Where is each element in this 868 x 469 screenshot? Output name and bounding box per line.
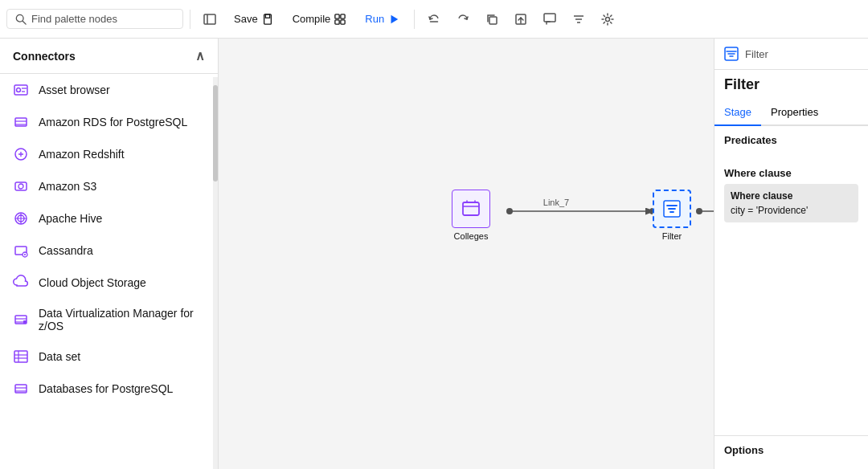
main-area: Connectors ∧ Asset browser Amazon RDS fo…	[0, 39, 868, 469]
predicates-title: Predicates	[724, 134, 858, 146]
node-filter[interactable]: Filter	[653, 190, 691, 241]
svg-point-20	[17, 88, 21, 92]
sidebar-item-amazon-redshift[interactable]: Amazon Redshift	[0, 138, 218, 170]
options-title: Options	[724, 444, 858, 456]
options-section: Options	[714, 435, 868, 469]
sidebar-items-list: Asset browser Amazon RDS for PostgreSQL …	[0, 74, 218, 469]
comment-button[interactable]	[537, 6, 563, 32]
where-clause-value: city = 'Providence'	[731, 205, 852, 216]
svg-rect-8	[335, 19, 339, 23]
sidebar-item-asset-browser[interactable]: Asset browser	[0, 74, 218, 106]
run-button[interactable]: Run	[357, 9, 407, 29]
svg-point-28	[18, 184, 23, 189]
sidebar: Connectors ∧ Asset browser Amazon RDS fo…	[0, 39, 219, 469]
cloud-object-storage-icon	[13, 275, 29, 291]
filter-panel-button[interactable]	[566, 6, 592, 32]
filter-icon	[724, 47, 739, 61]
svg-point-47	[506, 208, 513, 214]
dvm-icon	[13, 312, 29, 328]
sidebar-item-label: Amazon RDS for PostgreSQL	[39, 116, 187, 128]
svg-rect-6	[335, 14, 339, 18]
sidebar-item-label: Data Virtualization Manager for z/OS	[39, 307, 205, 332]
compile-button[interactable]: Compile	[285, 9, 354, 29]
search-icon	[15, 14, 27, 25]
sidebar-item-label: Cloud Object Storage	[39, 276, 146, 289]
settings-button[interactable]	[595, 6, 620, 32]
svg-marker-10	[391, 14, 399, 23]
redo-button[interactable]	[450, 6, 476, 32]
databases-postgresql-icon	[13, 381, 29, 397]
sidebar-item-databases-postgresql[interactable]: Databases for PostgreSQL	[0, 373, 218, 405]
undo-button[interactable]	[421, 6, 447, 32]
export-button[interactable]	[508, 6, 534, 32]
sidebar-item-cloud-object-storage[interactable]: Cloud Object Storage	[0, 267, 218, 299]
amazon-redshift-icon	[13, 146, 29, 162]
panel-header-icon-label: Filter	[745, 48, 768, 60]
svg-rect-14	[544, 14, 555, 22]
svg-rect-5	[265, 14, 269, 17]
toggle-panel-button[interactable]	[197, 6, 223, 32]
scrollbar-track[interactable]	[213, 77, 218, 469]
sidebar-item-label: Data set	[39, 350, 80, 363]
node-colleges-label: Colleges	[454, 231, 489, 241]
panel-tabs: Stage Properties	[714, 100, 868, 126]
sidebar-header: Connectors ∧	[0, 39, 218, 74]
svg-rect-11	[489, 17, 497, 24]
svg-point-49	[696, 208, 702, 214]
svg-text:Link_7: Link_7	[543, 198, 569, 207]
toolbar-divider-2	[414, 10, 415, 29]
amazon-s3-icon	[13, 178, 29, 194]
where-clause-box[interactable]: Where clause city = 'Providence'	[724, 184, 858, 222]
cassandra-icon	[13, 243, 29, 259]
node-filter-label: Filter	[662, 231, 682, 241]
tab-stage[interactable]: Stage	[714, 100, 761, 126]
panel-title: Filter	[714, 70, 868, 100]
toolbar-divider-1	[190, 10, 190, 29]
copy-button[interactable]	[479, 6, 505, 32]
collapse-icon[interactable]: ∧	[195, 48, 205, 63]
svg-rect-37	[14, 351, 27, 362]
where-clause-label: Where clause	[731, 190, 852, 202]
node-colleges[interactable]: Colleges	[452, 190, 490, 241]
sidebar-item-amazon-rds[interactable]: Amazon RDS for PostgreSQL	[0, 106, 218, 138]
svg-rect-7	[341, 14, 345, 18]
canvas-connections: Link_7 Link_2 Link_3	[219, 39, 714, 469]
sidebar-item-dvm[interactable]: Data Virtualization Manager for z/OS	[0, 299, 218, 341]
svg-rect-9	[341, 19, 345, 23]
asset-browser-icon	[13, 82, 29, 98]
svg-point-18	[606, 17, 610, 21]
tab-properties[interactable]: Properties	[761, 100, 828, 126]
sidebar-item-label: Cassandra	[39, 244, 93, 257]
svg-rect-2	[204, 14, 215, 24]
search-box[interactable]: Find palette nodes	[6, 9, 183, 29]
where-clause-title: Where clause	[724, 167, 858, 179]
node-colleges-box	[452, 190, 490, 228]
sidebar-item-label: Databases for PostgreSQL	[39, 382, 173, 395]
amazon-rds-icon	[13, 114, 29, 130]
sidebar-item-label: Asset browser	[39, 84, 110, 96]
search-placeholder: Find palette nodes	[31, 13, 117, 25]
panel-header-top: Filter	[714, 39, 868, 70]
svg-rect-56	[463, 202, 479, 215]
predicates-section: Predicates	[714, 126, 868, 159]
sidebar-item-dataset[interactable]: Data set	[0, 341, 218, 373]
canvas[interactable]: Link_7 Link_2 Link_3 Colleges Filter	[219, 39, 714, 469]
sidebar-item-label: Amazon S3	[39, 180, 96, 193]
sidebar-item-cassandra[interactable]: Cassandra	[0, 234, 218, 267]
scrollbar-thumb[interactable]	[213, 85, 218, 181]
sidebar-item-label: Amazon Redshift	[39, 148, 125, 161]
apache-hive-icon	[13, 210, 29, 226]
save-button[interactable]: Save	[226, 9, 281, 29]
sidebar-item-apache-hive[interactable]: Apache Hive	[0, 202, 218, 234]
where-clause-section: Where clause Where clause city = 'Provid…	[714, 159, 868, 230]
svg-line-1	[23, 21, 26, 24]
dataset-icon	[13, 349, 29, 365]
sidebar-item-amazon-s3[interactable]: Amazon S3	[0, 170, 218, 202]
sidebar-title: Connectors	[13, 50, 76, 63]
right-panel: Filter Filter Stage Properties Predicate…	[714, 39, 868, 469]
sidebar-item-label: Apache Hive	[39, 212, 102, 225]
svg-rect-36	[23, 320, 27, 324]
toolbar: Find palette nodes Save Compile Run	[0, 0, 868, 39]
node-filter-box	[653, 190, 691, 228]
